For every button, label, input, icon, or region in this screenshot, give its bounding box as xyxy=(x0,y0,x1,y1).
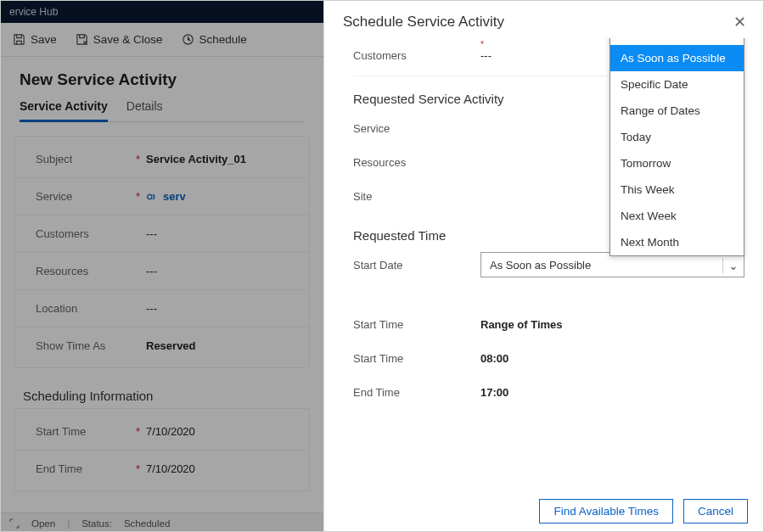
m-customers-label: Customers xyxy=(353,49,480,62)
customers-label: Customers xyxy=(36,227,146,240)
status-bar: Open | Status: Scheduled xyxy=(1,512,323,532)
opt-asap[interactable]: As Soon as Possible xyxy=(610,45,744,71)
startdate-select-value: As Soon as Possible xyxy=(490,259,591,272)
app-title: ervice Hub xyxy=(9,6,58,18)
save-icon xyxy=(13,33,25,46)
subject-value[interactable]: Service Activity_01 xyxy=(146,153,289,165)
m-endtime-label: End Time xyxy=(353,386,480,399)
service-label: Service xyxy=(36,190,146,203)
save-label: Save xyxy=(31,33,57,46)
opt-next-month[interactable]: Next Month xyxy=(610,229,744,255)
status-label: Status: xyxy=(81,518,112,529)
scheduling-section-header: Scheduling Information xyxy=(23,389,305,403)
schedule-modal: Schedule Service Activity ✕ Customers --… xyxy=(323,1,764,532)
end-time-label: End Time xyxy=(36,462,146,475)
m-starttime1-label: Start Time xyxy=(353,318,480,331)
opt-range-dates[interactable]: Range of Dates xyxy=(610,98,744,124)
m-starttime1-value[interactable]: Range of Times xyxy=(480,318,744,331)
m-site-label: Site xyxy=(353,190,480,203)
tab-service-activity[interactable]: Service Activity xyxy=(20,99,108,122)
cancel-button[interactable]: Cancel xyxy=(683,499,748,524)
tabs: Service Activity Details xyxy=(20,99,305,122)
m-starttime2-label: Start Time xyxy=(353,352,480,365)
modal-footer: Find Available Times Cancel xyxy=(324,489,764,532)
schedule-icon xyxy=(182,33,194,46)
service-value[interactable]: serv xyxy=(146,190,289,203)
save-close-icon xyxy=(76,33,88,46)
schedule-label: Schedule xyxy=(199,33,247,46)
status-value: Scheduled xyxy=(124,518,170,529)
location-label: Location xyxy=(36,302,146,315)
customers-value[interactable]: --- xyxy=(146,227,289,240)
opt-tomorrow[interactable]: Tomorrow xyxy=(610,150,744,176)
opt-select[interactable]: --Select-- xyxy=(610,38,744,45)
m-resources-label: Resources xyxy=(353,156,480,169)
schedule-button[interactable]: Schedule xyxy=(182,33,247,46)
end-time-value[interactable]: 7/10/2020 xyxy=(146,462,289,475)
close-icon[interactable]: ✕ xyxy=(733,13,746,31)
subject-label: Subject xyxy=(36,153,146,165)
command-bar: Save Save & Close Schedule xyxy=(1,23,323,57)
resources-label: Resources xyxy=(36,265,146,277)
showtime-label: Show Time As xyxy=(36,339,146,352)
background-form: ervice Hub Save Save & Close Schedule Ne… xyxy=(1,1,323,532)
expand-icon[interactable] xyxy=(9,518,20,529)
save-close-button[interactable]: Save & Close xyxy=(76,33,163,46)
m-service-label: Service xyxy=(353,122,480,135)
tab-details[interactable]: Details xyxy=(126,99,163,121)
opt-today[interactable]: Today xyxy=(610,124,744,150)
m-endtime-value[interactable]: 17:00 xyxy=(480,386,744,399)
app-title-bar: ervice Hub xyxy=(1,1,323,23)
service-icon xyxy=(146,191,158,203)
svg-point-1 xyxy=(148,194,152,199)
start-time-value[interactable]: 7/10/2020 xyxy=(146,425,289,438)
scheduling-fields: Start Time 7/10/2020 End Time 7/10/2020 xyxy=(14,408,310,491)
save-close-label: Save & Close xyxy=(93,33,163,46)
status-state: Open xyxy=(31,518,55,529)
resources-value[interactable]: --- xyxy=(146,265,289,277)
startdate-dropdown: --Select-- As Soon as Possible Specific … xyxy=(610,38,744,256)
showtime-value[interactable]: Reserved xyxy=(146,339,289,352)
opt-this-week[interactable]: This Week xyxy=(610,176,744,203)
modal-body[interactable]: Customers --- Requested Service Activity… xyxy=(324,38,764,489)
opt-specific-date[interactable]: Specific Date xyxy=(610,71,744,98)
opt-next-week[interactable]: Next Week xyxy=(610,203,744,229)
find-times-button[interactable]: Find Available Times xyxy=(539,499,673,524)
m-starttime2-value[interactable]: 08:00 xyxy=(480,352,744,365)
modal-title: Schedule Service Activity xyxy=(343,14,504,31)
m-startdate-label: Start Date xyxy=(353,259,480,272)
location-value[interactable]: --- xyxy=(146,302,289,315)
chevron-down-icon: ⌄ xyxy=(722,258,739,273)
save-button[interactable]: Save xyxy=(13,33,57,46)
main-fields: Subject Service Activity_01 Service serv… xyxy=(14,136,310,368)
page-title: New Service Activity xyxy=(20,70,305,89)
start-time-label: Start Time xyxy=(36,425,146,438)
